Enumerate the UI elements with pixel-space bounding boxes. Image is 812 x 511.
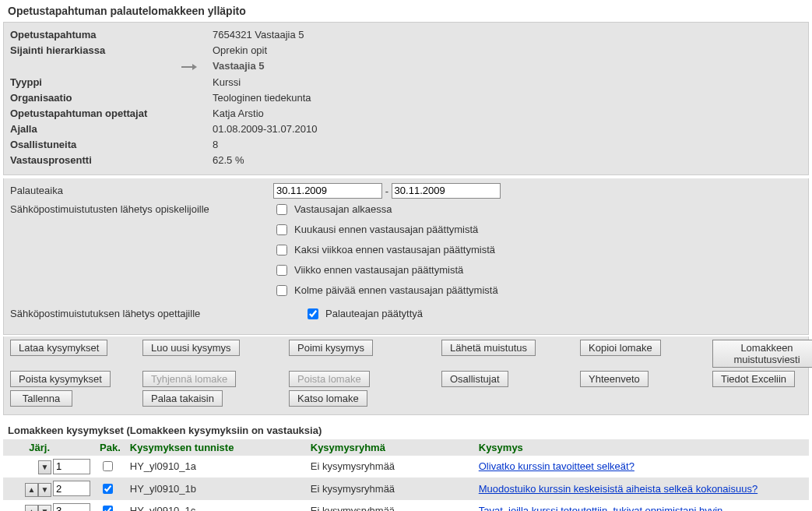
th-jarj: Järj. — [3, 439, 95, 456]
info-panel: Opetustapahtuma 7654321 Vastaajia 5 Sija… — [3, 22, 809, 175]
cb-reminder-start[interactable] — [276, 204, 287, 215]
cell-ryhma: Ei kysymysryhmää — [306, 478, 474, 500]
copy-form-button[interactable]: Kopioi lomake — [580, 340, 661, 356]
label-palauteaika: Palauteaika — [10, 183, 273, 196]
questions-heading: Lomakkeen kysymykset (Lomakkeen kysymyks… — [0, 421, 812, 439]
value-opettajat: Katja Arstio — [213, 106, 802, 122]
value-sijainti-parent: Oprekin opit — [213, 43, 802, 58]
load-questions-button[interactable]: Lataa kysymykset — [10, 340, 107, 356]
cell-tunniste: HY_yl0910_1b — [125, 478, 306, 500]
button-panel: Lataa kysymykset Luo uusi kysymys Poimi … — [3, 337, 809, 415]
value-vastausprosentti: 62.5 % — [213, 153, 802, 168]
label-tyyppi: Tyyppi — [10, 75, 213, 90]
mandatory-checkbox[interactable] — [103, 484, 113, 494]
date-from-input[interactable] — [273, 183, 382, 199]
send-reminder-button[interactable]: Lähetä muistutus — [441, 340, 536, 356]
cb-reminder-teacher[interactable] — [308, 308, 318, 319]
save-button[interactable]: Tallenna — [10, 390, 72, 407]
question-link[interactable]: Muodostuiko kurssin keskeisistä aiheista… — [479, 483, 758, 495]
cb-label-r5: Kolme päivää ennen vastausajan päättymis… — [294, 284, 498, 296]
table-row: ▲▼HY_yl0910_1bEi kysymysryhmääMuodostuik… — [3, 478, 809, 500]
delete-questions-button[interactable]: Poista kysymykset — [10, 371, 111, 387]
cell-tunniste: HY_yl0910_1c — [125, 500, 306, 511]
arrow-right-icon — [181, 59, 197, 75]
form-panel: Palauteaika - Sähköpostimuistutusten läh… — [3, 178, 809, 335]
cb-reminder-week[interactable] — [276, 265, 287, 276]
move-up-button[interactable]: ▲ — [25, 483, 38, 497]
mandatory-checkbox[interactable] — [103, 506, 113, 511]
table-row: ▲▼HY_yl0910_1cEi kysymysryhmääTavat, joi… — [3, 500, 809, 511]
cb-reminder-2weeks[interactable] — [276, 245, 287, 256]
value-sijainti-current: Vastaajia 5 — [213, 58, 802, 75]
move-up-button[interactable]: ▲ — [25, 505, 38, 511]
delete-form-button[interactable]: Poista lomake — [289, 371, 370, 387]
pick-question-button[interactable]: Poimi kysymys — [289, 340, 373, 356]
excel-export-button[interactable]: Tiedot Exceliin — [712, 371, 795, 387]
order-input[interactable] — [53, 459, 90, 474]
cb-label-r1: Vastausajan alkaessa — [294, 203, 392, 215]
value-opetustapahtuma: 7654321 Vastaajia 5 — [213, 27, 802, 43]
new-question-button[interactable]: Luo uusi kysymys — [142, 340, 240, 356]
move-down-button[interactable]: ▼ — [38, 460, 51, 474]
questions-table: Järj. Pak. Kysymyksen tunniste Kysymysry… — [3, 439, 809, 511]
th-tunniste: Kysymyksen tunniste — [125, 439, 306, 456]
cb-reminder-3days[interactable] — [276, 285, 287, 296]
cb-label-r4: Viikko ennen vastausajan päättymistä — [294, 264, 463, 276]
summary-button[interactable]: Yhteenveto — [580, 371, 649, 387]
th-pak: Pak. — [95, 439, 125, 456]
move-down-button[interactable]: ▼ — [38, 505, 51, 511]
label-teacher-reminder: Sähköpostimuistutuksen lähetys opettajil… — [10, 306, 304, 319]
clear-form-button[interactable]: Tyhjennä lomake — [142, 371, 236, 387]
svg-marker-1 — [192, 64, 197, 70]
order-input[interactable] — [53, 503, 90, 511]
value-ajalla: 01.08.2009-31.07.2010 — [213, 122, 802, 137]
value-tyyppi: Kurssi — [213, 75, 802, 90]
page-title: Opetustapahtuman palautelomakkeen ylläpi… — [0, 0, 812, 22]
question-link[interactable]: Olivatko kurssin tavoitteet selkeät? — [479, 460, 634, 472]
question-link[interactable]: Tavat, joilla kurssi toteutettiin, tukiv… — [479, 505, 726, 511]
cb-reminder-month[interactable] — [276, 224, 287, 235]
date-dash: - — [385, 185, 388, 196]
th-ryhma: Kysymysryhmä — [306, 439, 474, 456]
cell-ryhma: Ei kysymysryhmää — [306, 456, 474, 478]
value-osallistuneita: 8 — [213, 137, 802, 153]
value-organisaatio: Teologinen tiedekunta — [213, 90, 802, 106]
label-vastausprosentti: Vastausprosentti — [10, 153, 213, 168]
label-ajalla: Ajalla — [10, 122, 213, 137]
view-form-button[interactable]: Katso lomake — [289, 390, 367, 407]
cb-label-r2: Kuukausi ennen vastausajan päättymistä — [294, 224, 478, 235]
label-organisaatio: Organisaatio — [10, 90, 213, 106]
label-opettajat: Opetustapahtuman opettajat — [10, 106, 213, 122]
cell-ryhma: Ei kysymysryhmää — [306, 500, 474, 511]
form-reminder-msg-button[interactable]: Lomakkeen muistutusviesti — [712, 340, 812, 368]
mandatory-checkbox[interactable] — [103, 461, 113, 471]
label-opetustapahtuma: Opetustapahtuma — [10, 27, 213, 43]
table-row: ▼HY_yl0910_1aEi kysymysryhmääOlivatko ku… — [3, 456, 809, 478]
participants-button[interactable]: Osallistujat — [441, 371, 508, 387]
back-button[interactable]: Palaa takaisin — [142, 390, 223, 407]
label-sijainti: Sijainti hierarkiassa — [10, 43, 213, 58]
label-student-reminders: Sähköpostimuistutusten lähetys opiskelij… — [10, 202, 273, 215]
move-down-button[interactable]: ▼ — [38, 483, 51, 497]
order-input[interactable] — [53, 481, 90, 496]
cell-tunniste: HY_yl0910_1a — [125, 456, 306, 478]
cb-label-teacher: Palauteajan päätyttyä — [325, 308, 423, 319]
label-osallistuneita: Osallistuneita — [10, 137, 213, 153]
th-kysymys: Kysymys — [474, 439, 809, 456]
cb-label-r3: Kaksi viikkoa ennen vastausajan päättymi… — [294, 244, 495, 256]
date-to-input[interactable] — [392, 183, 501, 199]
